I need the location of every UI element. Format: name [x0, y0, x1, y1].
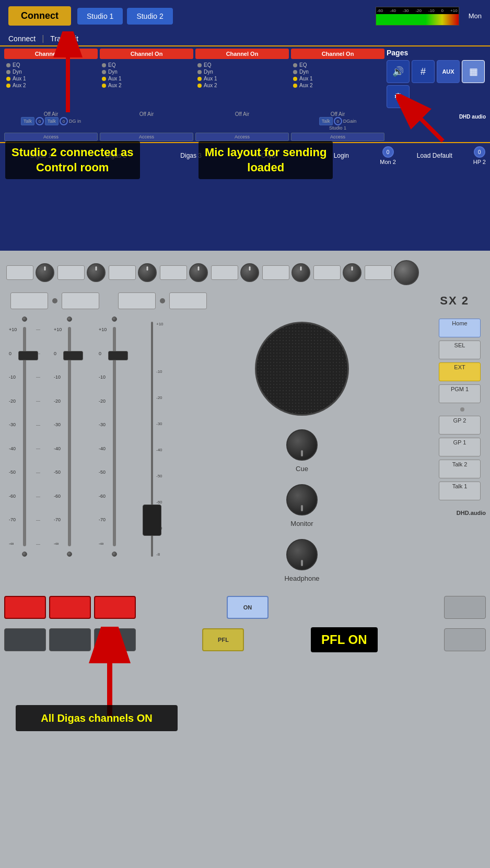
sel-btn[interactable]: SEL [439, 341, 481, 359]
connect-button[interactable]: Connect [8, 6, 71, 26]
annotation-studio2: Studio 2 connected asControl room [5, 141, 140, 179]
pages-title: Pages [387, 49, 486, 57]
channel-params-1: EQ Dyn Aux 1 Aux 2 [4, 61, 98, 90]
red-btn-3[interactable] [94, 596, 136, 619]
knob-large-1[interactable] [394, 260, 419, 285]
page-btn-copy[interactable]: ▦ [462, 60, 485, 83]
knob-6[interactable] [291, 263, 310, 282]
knob-4[interactable] [189, 263, 208, 282]
channel-params-4: EQ Dyn Aux 1 Aux 2 [291, 61, 384, 90]
fader-channel-3: +10 0 -10 -20 -30 -40 -50 -60 -70 -∞ [94, 316, 135, 582]
channel-strips: Channel On EQ Dyn Aux 1 Aux 2 Channel On… [4, 49, 384, 108]
cue-label: Cue [169, 465, 435, 473]
on-btn-label: ON [243, 604, 252, 611]
screw-top-2 [67, 316, 72, 322]
top-knob-row [0, 251, 490, 290]
knob-3[interactable] [138, 263, 157, 282]
talk2-btn[interactable]: Talk 2 [439, 460, 481, 478]
status-rows: Off Air Talk 0 Talk 0 DG in Off Air Off … [0, 110, 490, 132]
studio2-button[interactable]: Studio 2 [127, 8, 172, 25]
fader-labels-1: +10 0 -10 -20 -30 -40 -50 -60 -70 -∞ [9, 327, 17, 546]
knob-1[interactable] [36, 263, 54, 282]
bottom-btns-row: ON [0, 591, 490, 624]
mid-btn-4[interactable] [169, 292, 207, 309]
cue-knob[interactable] [286, 429, 318, 461]
monitor-label: Monitor [169, 520, 435, 527]
on-btn[interactable]: ON [227, 596, 269, 619]
channel-on-btn-2[interactable]: Channel On [100, 49, 193, 59]
screw-top-3 [112, 316, 117, 322]
knob-2[interactable] [87, 263, 106, 282]
grey-btn-pfl[interactable] [444, 628, 486, 651]
nav-load-default[interactable]: Load Default [398, 152, 471, 159]
channel-params-2: EQ Dyn Aux 1 Aux 2 [100, 61, 193, 90]
grey-btn-right[interactable] [444, 596, 486, 619]
dark-btn-2[interactable] [49, 628, 91, 651]
annotation-studio2-text: Studio 2 connected asControl room [11, 146, 134, 174]
right-panel: Home SEL EXT PGM 1 GP 2 GP 1 Talk 2 Tal [439, 316, 486, 582]
mid-btn-row: SX 2 [0, 290, 490, 311]
dark-btn-1[interactable] [4, 628, 46, 651]
dhd-audio-top: DHD audio [387, 111, 486, 131]
nav-mon2[interactable]: 0 Mon 2 [380, 146, 396, 165]
btn-top-1[interactable] [6, 265, 33, 280]
digas-annotation: All Digas channels ON [16, 705, 178, 731]
header-row: Connect Studio 1 Studio 2 -60-40-30-20-1… [0, 0, 490, 32]
channel-strip-1: Channel On EQ Dyn Aux 1 Aux 2 [4, 49, 98, 108]
mid-btn-3[interactable] [118, 292, 156, 309]
mid-dot-2 [160, 298, 165, 303]
pfl-btn[interactable]: PFL [202, 628, 244, 651]
monitor-knob[interactable] [286, 484, 318, 515]
fader-channels: +10 0 -10 -20 -30 -40 -50 -60 -70 -∞ — [4, 316, 165, 582]
knob-5[interactable] [240, 263, 259, 282]
fader-handle-4[interactable] [143, 505, 161, 536]
mid-btn-2[interactable] [62, 292, 99, 309]
red-btn-2[interactable] [49, 596, 91, 619]
channel-on-btn-3[interactable]: Channel On [195, 49, 289, 59]
page-btn-aux[interactable]: AUX [437, 60, 460, 83]
gp2-btn-label: GP 2 [439, 417, 480, 424]
gp2-btn[interactable]: GP 2 [439, 416, 481, 435]
status-4: Off Air Talk 0 DGain Studio 1 [291, 111, 384, 131]
channel-on-btn-4[interactable]: Channel On [291, 49, 384, 59]
fader-handle-3[interactable] [108, 351, 128, 360]
pfl-btn-label: PFL [218, 637, 229, 643]
knob-7[interactable] [343, 263, 361, 282]
dark-btn-3[interactable] [94, 628, 136, 651]
studio1-button[interactable]: Studio 1 [77, 8, 123, 25]
btn-top-2[interactable] [57, 265, 85, 280]
mid-btn-1[interactable] [10, 292, 48, 309]
talk1-btn[interactable]: Talk 1 [439, 482, 481, 500]
channel-on-btn-1[interactable]: Channel On [4, 49, 98, 59]
fader-track-3: +10 0 -10 -20 -30 -40 -50 -60 -70 -∞ [99, 327, 130, 546]
dhd-audio-hw: DHD.audio [439, 503, 486, 517]
btn-top-6[interactable] [262, 265, 289, 280]
gp1-btn[interactable]: GP 1 [439, 438, 481, 456]
knob-group-2 [57, 263, 106, 282]
btn-top-5[interactable] [211, 265, 238, 280]
speaker-grille [255, 322, 349, 416]
pgm1-btn[interactable]: PGM 1 [439, 384, 481, 403]
btn-top-8[interactable] [365, 265, 392, 280]
pfl-on-text: PFL ON [321, 632, 367, 647]
btn-top-3[interactable] [109, 265, 136, 280]
pages-panel: Pages 🔊 # AUX ▦ ⚙ [387, 49, 486, 108]
talk2-btn-label: Talk 2 [439, 461, 480, 467]
fader-handle-2[interactable] [63, 351, 83, 360]
fader-handle-1[interactable] [18, 351, 38, 360]
page-btn-speaker[interactable]: 🔊 [387, 60, 410, 83]
btn-top-7[interactable] [313, 265, 341, 280]
home-btn[interactable]: Home [439, 319, 481, 337]
ext-btn[interactable]: EXT [439, 362, 481, 381]
knob-group-8 [365, 260, 419, 285]
channel-strip-3: Channel On EQ Dyn Aux 1 Aux 2 [195, 49, 289, 108]
red-btn-1[interactable] [4, 596, 46, 619]
nav-hp2[interactable]: 0 HP 2 [473, 146, 486, 165]
btn-top-4[interactable] [160, 265, 187, 280]
speaker-center: Cue Monitor Headphone [169, 316, 435, 582]
talk1-btn-label: Talk 1 [439, 483, 480, 489]
cue-section: Cue [169, 426, 435, 473]
headphone-knob[interactable] [286, 539, 318, 570]
page-btn-gear[interactable]: ⚙ [387, 85, 410, 108]
page-btn-grid[interactable]: # [412, 60, 435, 83]
